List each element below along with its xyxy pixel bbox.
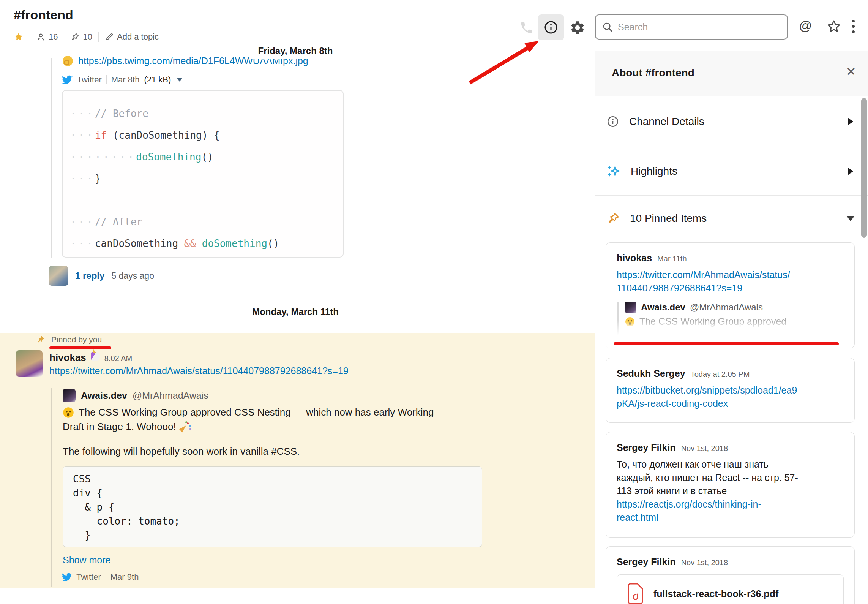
card-date: Nov 1st, 2018 xyxy=(681,558,728,567)
channel-header: #frontend 16 10 Add a topic xyxy=(0,0,868,51)
party-popper-emoji xyxy=(181,422,191,432)
tweet-text-line1: The CSS Working Group approved CSS Nesti… xyxy=(63,406,434,418)
quote-author: Awais.dev xyxy=(641,302,685,313)
separator xyxy=(98,32,99,42)
message-avatar[interactable] xyxy=(16,350,43,377)
astonished-emoji xyxy=(625,317,635,327)
card-text: 113 этой книги и в статье xyxy=(617,484,844,498)
card-username[interactable]: Sedukh Sergey xyxy=(617,368,685,379)
show-more-link[interactable]: Show more xyxy=(63,555,110,566)
username[interactable]: hivokas xyxy=(49,352,86,364)
more-options-button[interactable] xyxy=(852,20,855,33)
card-username[interactable]: hivokas xyxy=(617,253,652,264)
pinned-item-card[interactable]: Sedukh Sergey Today at 2:05 PM https://b… xyxy=(606,358,855,423)
collapse-caret-icon[interactable] xyxy=(177,78,182,82)
astonished-emoji xyxy=(63,407,74,418)
separator xyxy=(106,572,106,582)
unfurl-date: Mar 8th xyxy=(111,75,140,85)
pin-icon xyxy=(70,32,80,42)
panel-header: About #frontend × xyxy=(595,51,868,96)
unfurl-source: Twitter xyxy=(77,75,102,85)
sparkles-icon xyxy=(606,164,621,179)
card-date: Nov 1st, 2018 xyxy=(681,444,728,453)
sidebar-item-pinned-items[interactable]: 10 Pinned Items xyxy=(595,196,868,241)
scrollbar[interactable] xyxy=(861,98,867,238)
about-channel-panel: About #frontend × Channel Details Highli… xyxy=(595,51,868,604)
sidebar-item-highlights[interactable]: Highlights xyxy=(595,147,868,196)
separator xyxy=(64,32,64,42)
card-username[interactable]: Sergey Filkin xyxy=(617,557,676,568)
tweet-source-row: Twitter Mar 9th xyxy=(62,572,139,582)
card-username[interactable]: Sergey Filkin xyxy=(617,442,676,453)
tweet-author-name[interactable]: Awais.dev xyxy=(81,390,127,401)
sidebar-item-label: Highlights xyxy=(631,165,677,177)
file-size: (21 kB) xyxy=(144,75,171,85)
separator xyxy=(106,75,107,84)
channel-settings-button[interactable] xyxy=(570,20,586,36)
thread-reply-row[interactable]: 1 reply 5 days ago xyxy=(49,266,154,286)
search-bar[interactable] xyxy=(595,14,788,40)
pinned-item-card[interactable]: Sergey Filkin Nov 1st, 2018 fullstack-re… xyxy=(606,546,855,604)
quote-handle: @MrAhmadAwais xyxy=(690,302,763,313)
card-text: То, что должен как отче наш знать xyxy=(617,458,844,471)
file-name: fullstack-react-book-r36.pdf xyxy=(653,588,778,599)
member-count[interactable]: 16 xyxy=(36,32,58,42)
code-screenshot-attachment[interactable]: ···// Before ···if (canDoSomething) { ··… xyxy=(62,90,344,258)
reply-avatar xyxy=(49,266,68,286)
card-link[interactable]: react.html xyxy=(617,511,844,524)
pin-icon xyxy=(606,212,620,225)
pinned-item-card[interactable]: Sergey Filkin Nov 1st, 2018 То, что долж… xyxy=(606,432,855,538)
card-link[interactable]: https://reactjs.org/docs/thinking-in- xyxy=(617,498,844,511)
close-icon[interactable]: × xyxy=(846,62,856,81)
tweet-author-avatar xyxy=(625,302,636,313)
tweet-date: Mar 9th xyxy=(110,572,139,582)
card-link[interactable]: pKA/js-react-coding-codex xyxy=(617,397,844,410)
chevron-right-icon xyxy=(848,118,853,125)
date-divider-monday[interactable]: Monday, March 11th xyxy=(243,304,348,320)
quote-border xyxy=(51,388,52,587)
panel-title: About #frontend xyxy=(612,67,694,79)
card-link[interactable]: https://twitter.com/MrAhmadAwais/status/ xyxy=(617,268,844,281)
file-attachment[interactable]: fullstack-react-book-r36.pdf xyxy=(617,574,844,604)
info-circle-icon xyxy=(606,115,619,128)
reply-count-link[interactable]: 1 reply xyxy=(75,270,104,281)
card-link[interactable]: 1104407988792688641?s=19 xyxy=(617,281,844,295)
pin-count[interactable]: 10 xyxy=(70,32,92,42)
tweet-author-avatar xyxy=(63,389,76,402)
channel-meta: 16 10 Add a topic xyxy=(14,32,159,42)
message-header: hivokas 8:02 AM xyxy=(49,352,132,364)
twitter-icon xyxy=(62,74,73,85)
pinned-by-label: Pinned by you xyxy=(51,335,102,344)
sidebar-item-channel-details[interactable]: Channel Details xyxy=(595,96,868,147)
pdf-file-icon xyxy=(627,583,644,604)
attachment-border xyxy=(51,58,52,258)
date-divider-friday[interactable]: Friday, March 8th xyxy=(249,43,342,59)
separator xyxy=(30,32,30,42)
channel-title: #frontend xyxy=(14,8,73,22)
search-input[interactable] xyxy=(618,22,762,33)
card-text: каждый, кто пишет на React -- на стр. 57… xyxy=(617,471,844,484)
ok-hand-emoji xyxy=(63,56,73,66)
chevron-right-icon xyxy=(848,168,853,175)
add-topic-button[interactable]: Add a topic xyxy=(105,32,159,42)
gear-icon xyxy=(570,20,586,36)
annotation-arrow xyxy=(456,30,554,91)
tweet-link[interactable]: https://twitter.com/MrAhmadAwais/status/… xyxy=(49,365,349,376)
tweet-author-handle[interactable]: @MrAhmadAwais xyxy=(133,390,208,401)
annotation-underline-pinned-by xyxy=(49,346,111,349)
card-date: Today at 2:05 PM xyxy=(691,370,750,379)
mentions-button[interactable]: @ xyxy=(799,18,812,33)
channel-starred-icon[interactable] xyxy=(14,32,24,42)
star-icon xyxy=(826,19,841,34)
unfurl-source-row: Twitter Mar 8th (21 kB) xyxy=(62,74,182,85)
unicorn-emoji xyxy=(91,352,100,361)
tweet-text-line2: Draft in Stage 1. Wohooo! xyxy=(63,421,191,433)
card-link[interactable]: https://bitbucket.org/snippets/spdload1/… xyxy=(617,384,844,397)
pinned-item-card[interactable]: hivokas Mar 11th https://twitter.com/MrA… xyxy=(606,242,855,348)
twitter-icon xyxy=(62,572,72,582)
message-timestamp[interactable]: 8:02 AM xyxy=(104,354,132,363)
person-icon xyxy=(36,32,46,42)
quote-border xyxy=(617,302,619,335)
starred-items-button[interactable] xyxy=(826,19,841,34)
sidebar-item-label: 10 Pinned Items xyxy=(630,212,707,225)
